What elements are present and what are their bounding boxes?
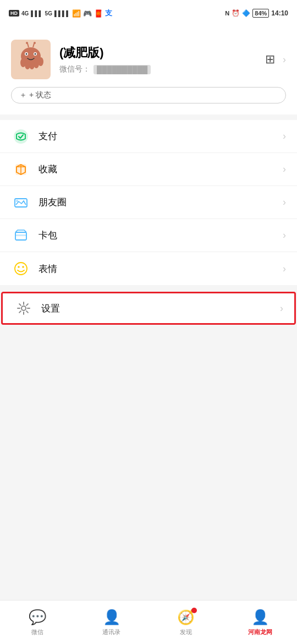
wechat-id-label: 微信号： [59, 64, 90, 74]
svg-point-11 [26, 42, 28, 44]
pay-chevron-icon: › [283, 130, 286, 142]
status-tag-button[interactable]: ＋ + 状态 [11, 87, 286, 103]
profile-info: (减肥版) 微信号： ██████████ [59, 45, 256, 74]
settings-icon-wrap [14, 298, 34, 318]
profile-section: (减肥版) 微信号： ██████████ ⊞ › ＋ + 状态 [0, 26, 297, 114]
menu-item-settings[interactable]: 设置 › [1, 292, 296, 325]
me-nav-icon: 👤 [251, 609, 269, 626]
nav-item-wechat[interactable]: 💬 微信 [21, 609, 54, 636]
menu-item-favorites[interactable]: 收藏 › [0, 153, 297, 186]
settings-icon [16, 301, 31, 316]
plus-icon: ＋ [19, 90, 27, 100]
status-tag-label: + 状态 [29, 90, 51, 100]
profile-chevron-icon: › [283, 54, 286, 66]
signal-bars-2: ▌▌▌▌ [54, 10, 70, 17]
me-nav-label: 河南龙网 [248, 628, 272, 636]
moments-label: 朋友圈 [38, 196, 283, 209]
menu-section: 支付 › 收藏 › [0, 120, 297, 285]
menu-item-cards[interactable]: 卡包 › [0, 219, 297, 252]
wechat-nav-label: 微信 [31, 628, 43, 636]
cards-chevron-icon: › [283, 230, 286, 241]
svg-point-13 [34, 42, 36, 44]
status-bar: HD 4G ▌▌▌ 5G ▌▌▌▌ 📶 🎮 🧧 支 N ⏰ 🔷 84% 14:1… [0, 0, 297, 26]
network-4g: 4G [21, 10, 29, 17]
alipay-icon: 支 [105, 8, 112, 18]
favorites-label: 收藏 [38, 163, 283, 176]
pay-icon-wrap [11, 127, 31, 146]
svg-rect-22 [15, 234, 26, 236]
svg-point-24 [18, 266, 20, 268]
svg-point-14 [14, 129, 28, 144]
profile-name: (减肥版) [59, 45, 256, 61]
cards-icon [13, 228, 29, 243]
contacts-nav-icon: 👤 [103, 609, 120, 626]
moments-chevron-icon: › [283, 197, 286, 208]
settings-chevron-icon: › [280, 303, 283, 314]
stickers-chevron-icon: › [283, 263, 286, 275]
contacts-nav-label: 通讯录 [102, 628, 120, 636]
pay-icon [13, 129, 29, 144]
qr-code-icon[interactable]: ⊞ [265, 52, 275, 67]
network-5g: 5G [45, 10, 52, 17]
discover-notification-dot [191, 608, 197, 613]
svg-line-12 [33, 43, 34, 47]
pay-label: 支付 [38, 130, 283, 143]
wifi-icon: 📶 [72, 9, 81, 18]
svg-point-26 [21, 306, 26, 310]
wechat-id-value: ██████████ [94, 65, 151, 74]
avatar[interactable] [11, 40, 51, 79]
discover-icon-container: 🧭 [177, 609, 195, 626]
svg-point-3 [26, 53, 28, 55]
signal-bars-1: ▌▌▌ [31, 10, 42, 17]
stickers-icon [13, 261, 29, 276]
moments-icon-wrap [11, 193, 31, 212]
stickers-label: 表情 [38, 263, 283, 275]
cards-icon-wrap [11, 226, 31, 245]
status-bar-right: N ⏰ 🔷 84% 14:10 [225, 9, 288, 18]
favorites-chevron-icon: › [283, 163, 286, 175]
menu-item-pay[interactable]: 支付 › [0, 120, 297, 153]
nav-item-contacts[interactable]: 👤 通讯录 [95, 609, 128, 636]
app-icon-2: 🧧 [94, 9, 103, 18]
hd1-badge: HD [9, 10, 19, 17]
svg-point-4 [35, 53, 36, 55]
profile-row: (减肥版) 微信号： ██████████ ⊞ › [11, 40, 286, 79]
moments-icon [13, 195, 29, 210]
settings-highlight-wrapper: 设置 › [0, 291, 297, 326]
bluetooth-icon: 🔷 [242, 9, 250, 17]
nav-item-discover[interactable]: 🧭 发现 [169, 609, 202, 636]
app-icon-1: 🎮 [83, 9, 92, 18]
bottom-nav: 💬 微信 👤 通讯录 🧭 发现 👤 河南龙网 [0, 600, 297, 644]
profile-wechat-id: 微信号： ██████████ [59, 64, 256, 74]
profile-right-icons[interactable]: ⊞ › [265, 52, 286, 67]
settings-label: 设置 [41, 302, 280, 315]
svg-point-23 [15, 263, 27, 275]
wechat-nav-icon: 💬 [29, 609, 46, 626]
svg-point-25 [22, 266, 24, 268]
svg-point-9 [38, 57, 43, 66]
alarm-icon: ⏰ [232, 9, 240, 17]
discover-nav-label: 发现 [180, 628, 192, 636]
status-bar-left: HD 4G ▌▌▌ 5G ▌▌▌▌ 📶 🎮 🧧 支 [9, 8, 112, 18]
avatar-image [12, 41, 50, 78]
battery-icon: 84% [252, 9, 269, 18]
favorites-icon [13, 162, 29, 177]
main-content: (减肥版) 微信号： ██████████ ⊞ › ＋ + 状态 [0, 26, 297, 600]
svg-point-20 [16, 200, 18, 202]
stickers-icon-wrap [11, 259, 31, 279]
favorites-icon-wrap [11, 160, 31, 179]
svg-line-10 [28, 43, 29, 47]
nav-item-me[interactable]: 👤 河南龙网 [244, 609, 277, 636]
cards-label: 卡包 [38, 229, 283, 242]
menu-item-stickers[interactable]: 表情 › [0, 252, 297, 285]
nfc-icon: N [225, 10, 229, 17]
menu-item-moments[interactable]: 朋友圈 › [0, 186, 297, 219]
time-display: 14:10 [271, 9, 288, 17]
